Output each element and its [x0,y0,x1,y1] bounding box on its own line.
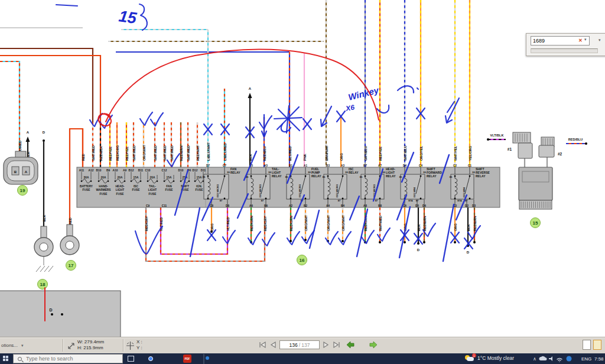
crosshair-icon [126,339,134,351]
svg-text:RELAY: RELAY [349,171,359,174]
svg-text:RELAY: RELAY [476,174,486,178]
svg-text:WHT/RED: WHT/RED [187,145,190,161]
svg-text:B12: B12 [129,169,134,172]
svg-text:WHT/RED: WHT/RED [132,145,136,161]
language-indicator[interactable]: ENG [581,356,591,362]
clock[interactable]: 7:58 [594,356,604,362]
svg-text:RELAY: RELAY [272,174,282,178]
svg-text:B4: B4 [341,204,344,207]
svg-text:ISO MICRO: ISO MICRO [216,184,219,197]
wiring-diagram: REDWHT/REDRED/BLKRED/YELRED/ORGRED/YELWH… [0,0,605,337]
page-navigation: 136 / 137 [258,340,378,349]
svg-text:ORG/WHT: ORG/WHT [304,214,308,231]
svg-text:VLT/RED: VLT/RED [226,217,230,231]
continuous-view-button[interactable] [593,340,601,350]
y-readout: Y : [136,345,142,351]
svg-text:RED/GRN: RED/GRN [290,216,293,231]
chevron-down-icon: ▾ [21,343,24,347]
wire-ORG: ORG [210,207,214,233]
svg-text:A4: A4 [326,204,330,207]
svg-text:30: 30 [472,171,475,174]
svg-text:RED/BLK: RED/BLK [99,146,103,161]
svg-text:FUSE: FUSE [149,193,157,196]
pdf-page-canvas[interactable]: REDWHT/REDRED/BLKRED/YELRED/ORGRED/YELWH… [0,0,605,337]
previous-view-button[interactable] [346,340,356,349]
pdf-app-icon[interactable]: PDF [183,355,191,363]
svg-text:D: D [417,248,420,252]
svg-text:BATTERY: BATTERY [80,185,93,188]
svg-text:20A: 20A [118,176,123,179]
taskbar-search[interactable] [13,354,123,363]
svg-text:RED/BLU: RED/BLU [568,138,583,141]
svg-text:RED/BRN: RED/BRN [423,216,427,231]
search-input[interactable] [25,355,113,362]
tray-icons[interactable] [538,355,575,363]
wire-ORG/WHT: ORG/WHT [142,122,146,167]
svg-text:A2: A2 [289,204,292,207]
divider [63,339,63,352]
app-icon[interactable] [203,354,204,364]
find-panel-dropdown-icon[interactable]: ▾ [599,38,601,43]
svg-text:SHIFT: SHIFT [181,185,189,188]
svg-text:85: 85 [450,176,453,178]
svg-text:87A: 87A [408,199,413,202]
width-readout: W: 279.4mm [77,339,104,345]
callout-16: 16 [297,255,307,265]
svg-text:LtBLU/WHT: LtBLU/WHT [207,142,210,161]
svg-text:RELAY: RELAY [230,171,240,174]
svg-text:YEL/ORG: YEL/ORG [469,146,472,161]
wire-BRN/WHT: BRN/WHT [325,0,328,167]
weather-widget[interactable]: 1 1°C Mostly clear [464,354,514,362]
svg-text:RED/BLU: RED/BLU [263,146,266,161]
svg-text:FUSE: FUSE [196,188,204,191]
svg-text:85: 85 [285,176,288,178]
annotations-menu[interactable]: otions...▾ [1,343,24,348]
last-page-button[interactable] [332,340,341,349]
svg-text:A: A [249,87,252,90]
handwriting-X6: X6 [344,103,355,113]
svg-text:IGN.: IGN. [196,185,202,188]
current-page: 136 [289,342,297,348]
svg-text:87: 87 [220,199,223,202]
wire-VLT/RED: VLT/RED [226,217,230,231]
svg-text:BRN/WHT: BRN/WHT [325,145,328,161]
svg-text:FUSE: FUSE [165,188,174,191]
svg-text:ISO MICRO: ISO MICRO [259,184,262,197]
svg-text:A10: A10 [113,169,118,172]
svg-text:BLK: BLK [43,215,46,222]
divider [123,339,123,352]
svg-text:D6: D6 [422,204,426,207]
next-page-button[interactable] [321,340,330,349]
svg-text:RED: RED [69,217,72,225]
svg-text:D11: D11 [201,169,206,172]
find-dropdown-icon[interactable]: ▾ [584,37,587,42]
svg-text:A1: A1 [304,164,307,167]
svg-text:ORG/YEL: ORG/YEL [419,145,423,161]
svg-text:B10: B10 [96,169,102,172]
wire-ORG: ORG [340,117,343,167]
svg-text:A: A [27,131,30,134]
start-button[interactable] [3,356,9,362]
components: VLT/BLK#1RED/BLU#2 [0,132,583,337]
handwriting-15: 15 [118,7,138,27]
svg-text:A9: A9 [123,169,126,172]
next-view-button[interactable] [368,340,378,349]
find-clear-icon[interactable]: ✕ [578,38,583,43]
page-number-input[interactable]: 136 / 137 [279,340,320,349]
wire-RED/YEL: RED/YEL [379,0,382,167]
wire-WHT/RED: WHT/RED [132,122,136,167]
svg-text:D: D [49,308,52,312]
svg-text:ORG/WHT: ORG/WHT [327,214,330,231]
wire-RED/GRY: RED/GRY [145,216,148,231]
svg-text:LtBLU/RED: LtBLU/RED [223,143,227,161]
svg-text:30: 30 [268,171,271,174]
svg-text:16: 16 [300,258,305,263]
svg-text:PNK: PNK [303,154,307,161]
svg-text:FUSE: FUSE [100,193,108,196]
single-page-view-button[interactable] [583,340,591,350]
volume-icon [549,356,552,361]
previous-page-button[interactable] [269,340,278,349]
first-page-button[interactable] [258,340,267,349]
task-view-icon[interactable] [128,356,134,362]
chevron-up-icon[interactable]: ∧ [533,356,536,362]
